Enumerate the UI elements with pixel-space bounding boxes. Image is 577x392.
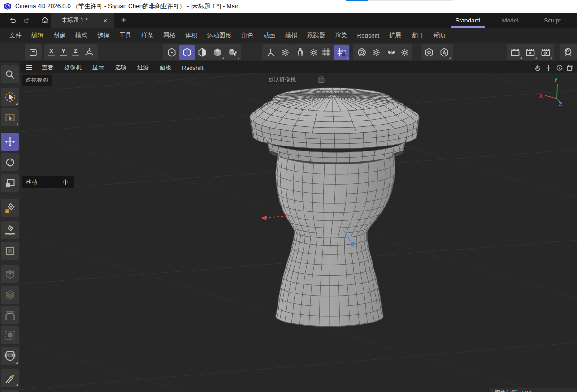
render-view-button[interactable]: [508, 45, 523, 60]
orbit-view-button[interactable]: [554, 62, 564, 73]
camera-lock-icon: [318, 76, 324, 82]
toolbar-group-render: [507, 44, 554, 60]
tab-close-icon[interactable]: ×: [101, 17, 110, 24]
arch-tool-button[interactable]: [1, 306, 19, 324]
knife-tool-button[interactable]: [1, 369, 19, 387]
title-progress-track: [368, 0, 453, 1]
menu-item-redshift[interactable]: Redshift: [352, 32, 385, 39]
coordinate-system-button[interactable]: [82, 45, 97, 60]
axis-settings-gear-button[interactable]: [278, 45, 292, 60]
pan-view-button[interactable]: [532, 62, 543, 73]
snap-toggle-button[interactable]: [294, 45, 307, 60]
menu-item-file[interactable]: 文件: [4, 31, 26, 39]
bell-selection-tool-button[interactable]: [1, 326, 19, 344]
menu-item-window[interactable]: 窗口: [406, 31, 428, 39]
pen-tool-button[interactable]: [1, 199, 19, 217]
symmetry-settings-gear-button[interactable]: [398, 45, 412, 60]
welding-mask-tool-button[interactable]: [1, 347, 19, 365]
workplane-button[interactable]: [319, 45, 334, 60]
spline-pen-tool-button[interactable]: [1, 221, 19, 239]
dolly-view-button[interactable]: [543, 62, 554, 73]
grid-spacing-label: 网格间距 : 500: [490, 388, 577, 392]
render-picture-viewer-button[interactable]: [523, 45, 538, 60]
layout-model[interactable]: Model: [489, 13, 531, 28]
rectangle-selection-tool-button[interactable]: [1, 108, 19, 126]
home-button[interactable]: [39, 14, 51, 26]
rotate-tool-button[interactable]: [1, 153, 19, 171]
cinema4d-window: Cinema 4D 2026.0.0 （学生许可 - Siyuan Chen的非…: [0, 0, 577, 392]
axis-gizmo-z-label: Z: [559, 101, 562, 108]
interactive-render-button[interactable]: [560, 45, 576, 60]
viewport-solo-button[interactable]: [421, 45, 437, 60]
lock-x-axis-button[interactable]: X: [45, 45, 57, 60]
layout-standard[interactable]: Standard: [446, 13, 489, 28]
modeling-settings-gear-button[interactable]: [369, 45, 383, 60]
edges-mode-button[interactable]: [179, 45, 195, 60]
auto-mode-button[interactable]: [437, 45, 452, 60]
viewport-hamburger-button[interactable]: [24, 62, 35, 73]
undo-button[interactable]: [6, 14, 19, 26]
modeling-target-button[interactable]: [354, 45, 369, 60]
viewport-menu-panel[interactable]: 面板: [154, 64, 177, 72]
render-settings-button[interactable]: [538, 45, 553, 60]
points-mode-button[interactable]: [164, 45, 179, 60]
menu-item-simulate[interactable]: 模拟: [280, 31, 302, 39]
scale-tool-button[interactable]: [1, 174, 19, 192]
enable-axis-button[interactable]: [263, 45, 278, 60]
axis-gizmo-y-label: Y: [554, 77, 558, 83]
polygons-mode-button[interactable]: [195, 45, 210, 60]
tab-strip: 未标题 1 * × + Standard Model Sculpt: [0, 13, 577, 28]
toggle-viewport-layout-button[interactable]: [564, 62, 575, 73]
menu-item-animation[interactable]: 动画: [258, 31, 280, 39]
viewport-menu-cameras[interactable]: 摄像机: [59, 64, 87, 72]
document-tab-label: 未标题 1 *: [61, 16, 101, 24]
redo-button[interactable]: [21, 14, 33, 26]
lock-y-axis-button[interactable]: Y: [57, 45, 69, 60]
axis-gizmo-x-label: X: [539, 93, 543, 99]
menu-item-select[interactable]: 选择: [92, 31, 114, 39]
viewport-menu-options[interactable]: 选项: [109, 64, 132, 72]
viewport-menu-view[interactable]: 查看: [36, 64, 59, 72]
viewport-menu-redshift[interactable]: Redshift: [177, 65, 209, 71]
menu-item-character[interactable]: 角色: [236, 31, 258, 39]
object-mode-button[interactable]: [225, 45, 240, 60]
frame-region-tool-button[interactable]: [1, 242, 19, 260]
viewport-menu-bar: 查看 摄像机 显示 选项 过滤 面板 Redshift: [20, 62, 577, 73]
main-toolbar: X Y Z: [0, 43, 577, 62]
menu-item-mesh[interactable]: 网格: [158, 31, 180, 39]
scale-icon: [4, 177, 16, 189]
lock-z-axis-button[interactable]: Z: [69, 45, 82, 60]
model-mode-button[interactable]: [210, 45, 225, 60]
move-tool-button[interactable]: [1, 133, 19, 151]
toolbar-group-irr: [560, 44, 577, 60]
content-box-button[interactable]: [26, 45, 41, 60]
menu-item-spline[interactable]: 样条: [136, 31, 158, 39]
partial-tool-button[interactable]: [1, 390, 19, 392]
arch-icon: [4, 310, 16, 322]
new-tab-button[interactable]: +: [117, 14, 130, 26]
cube-band-tool-button[interactable]: [1, 286, 19, 304]
viewport-canvas[interactable]: [20, 73, 577, 392]
viewport-camera-label: 默认摄像机: [268, 76, 296, 84]
menu-item-help[interactable]: 帮助: [428, 31, 450, 39]
menu-item-mograph[interactable]: 运动图形: [202, 31, 236, 39]
app-logo-icon: [4, 2, 12, 10]
workplane-lock-button[interactable]: [334, 45, 349, 60]
menu-item-create[interactable]: 创建: [48, 31, 70, 39]
menu-item-edit[interactable]: 编辑: [26, 31, 48, 39]
viewport-menu-filter[interactable]: 过滤: [132, 64, 154, 72]
live-selection-tool-button[interactable]: [1, 88, 19, 106]
menu-item-volume[interactable]: 体积: [180, 31, 202, 39]
viewport-3d-object[interactable]: [250, 88, 419, 327]
menu-item-extensions[interactable]: 扩展: [384, 31, 406, 39]
document-tab[interactable]: 未标题 1 * ×: [51, 13, 114, 28]
menu-item-tracker[interactable]: 跟踪器: [302, 31, 330, 39]
menu-item-tools[interactable]: 工具: [114, 31, 136, 39]
magnifier-tool-button[interactable]: [1, 65, 19, 83]
symmetry-button[interactable]: [385, 45, 398, 60]
layout-sculpt[interactable]: Sculpt: [531, 13, 573, 28]
menu-item-mode[interactable]: 模式: [70, 31, 92, 39]
menu-item-render[interactable]: 渲染: [330, 31, 352, 39]
cube-top-face-tool-button[interactable]: [1, 265, 19, 283]
viewport-menu-display[interactable]: 显示: [87, 64, 109, 72]
